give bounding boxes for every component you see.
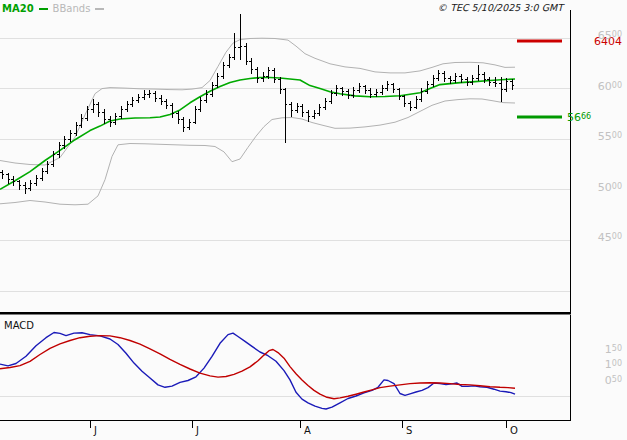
price-axis-label: 4500 [598,232,622,244]
legend-ma20-label: MA20 [2,3,34,14]
macd-axis-label: 100 [605,359,622,371]
month-label: J [196,426,199,436]
price-axis-label: 5000 [598,182,622,194]
price-axis-label: 5500 [598,131,622,143]
bollinger-band-line [0,99,515,205]
stock-chart-window: MA20 BBands © TEC 5/10/2025 3:0 GMT MACD… [0,0,627,440]
legend-bbands-label: BBands [53,3,91,14]
month-label: J [94,426,97,436]
macd-axis-label: 050 [605,375,622,387]
macd-panel-title: MACD [4,320,34,331]
macd-line [0,333,515,410]
month-label: A [304,426,311,436]
support-price-small: 66 [581,111,591,122]
bollinger-band-line [0,38,515,165]
support-price-label: 5666 [567,112,591,124]
chart-canvas [0,0,627,440]
copyright-text: © TEC 5/10/2025 3:0 GMT [438,2,563,13]
legend: MA20 BBands [2,2,104,15]
panel-divider [0,312,571,315]
ma20-line-swatch-icon [39,8,48,10]
macd-axis-label: 150 [605,344,622,356]
macd-signal-line [0,336,515,399]
bbands-line-swatch-icon [95,8,104,10]
month-label: O [510,426,518,436]
month-label: S [406,426,412,436]
support-line [517,116,562,119]
resistance-line [517,40,562,43]
price-axis-label: 6000 [598,81,622,93]
price-axis-label: 6500 [598,30,622,42]
support-price-big: 56 [567,111,581,124]
